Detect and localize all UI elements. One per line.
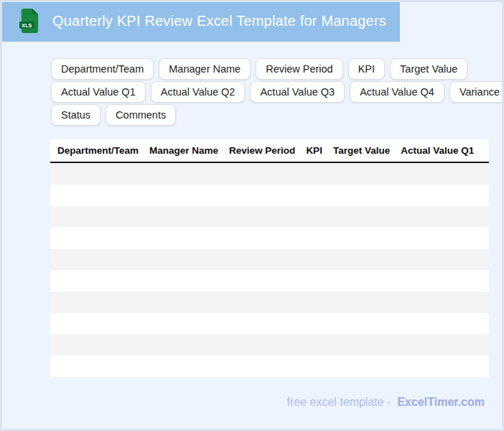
column-header: Review Period <box>229 145 295 156</box>
footer-text: free excel template - <box>286 396 391 409</box>
field-chip-kpi[interactable]: KPI <box>348 58 385 80</box>
table-row <box>50 249 489 270</box>
table-row <box>50 292 489 313</box>
field-chip-review-period[interactable]: Review Period <box>256 58 343 80</box>
template-table: Department/TeamManager NameReview Period… <box>50 139 489 377</box>
column-header: Manager Name <box>149 145 218 156</box>
table-row <box>50 270 489 292</box>
table-row <box>50 334 489 356</box>
field-chips: Department/TeamManager NameReview Period… <box>51 58 496 127</box>
page: XLS Quarterly KPI Review Excel Template … <box>0 0 504 431</box>
field-chip-actual-value-q2[interactable]: Actual Value Q2 <box>151 81 246 103</box>
page-title: Quarterly KPI Review Excel Template for … <box>52 13 386 29</box>
xls-file-icon: XLS <box>19 8 39 34</box>
field-chip-manager-name[interactable]: Manager Name <box>159 58 251 80</box>
field-chip-target-value[interactable]: Target Value <box>390 58 467 80</box>
column-header: Department/Team <box>57 145 139 156</box>
field-chip-comments[interactable]: Comments <box>106 104 176 126</box>
field-chip-actual-value-q4[interactable]: Actual Value Q4 <box>350 81 444 103</box>
xls-icon-label: XLS <box>22 22 32 29</box>
column-header: Actual Value Q1 <box>401 145 474 156</box>
table-row <box>50 313 489 335</box>
table-body <box>50 163 489 377</box>
table-row <box>50 227 489 249</box>
field-chip-actual-value-q1[interactable]: Actual Value Q1 <box>51 81 146 103</box>
chip-row: Department/TeamManager NameReview Period… <box>51 58 496 80</box>
chip-row: StatusComments <box>51 104 496 126</box>
field-chip-status[interactable]: Status <box>51 104 101 126</box>
brand-link[interactable]: ExcelTimer.com <box>397 396 485 409</box>
header-bar: XLS Quarterly KPI Review Excel Template … <box>0 0 400 42</box>
chip-row: Actual Value Q1Actual Value Q2Actual Val… <box>51 81 496 103</box>
footer: free excel template - ExcelTimer.com <box>286 396 485 409</box>
field-chip-actual-value-q3[interactable]: Actual Value Q3 <box>250 81 345 103</box>
table-row <box>50 356 489 377</box>
column-header: KPI <box>306 145 322 156</box>
column-header: Target Value <box>333 145 390 156</box>
table-row <box>50 163 489 185</box>
table-header-row: Department/TeamManager NameReview Period… <box>50 139 489 163</box>
table-row <box>50 185 489 206</box>
field-chip-department-team[interactable]: Department/Team <box>51 58 154 80</box>
table-row <box>50 206 489 228</box>
field-chip-variance[interactable]: Variance <box>449 81 504 103</box>
